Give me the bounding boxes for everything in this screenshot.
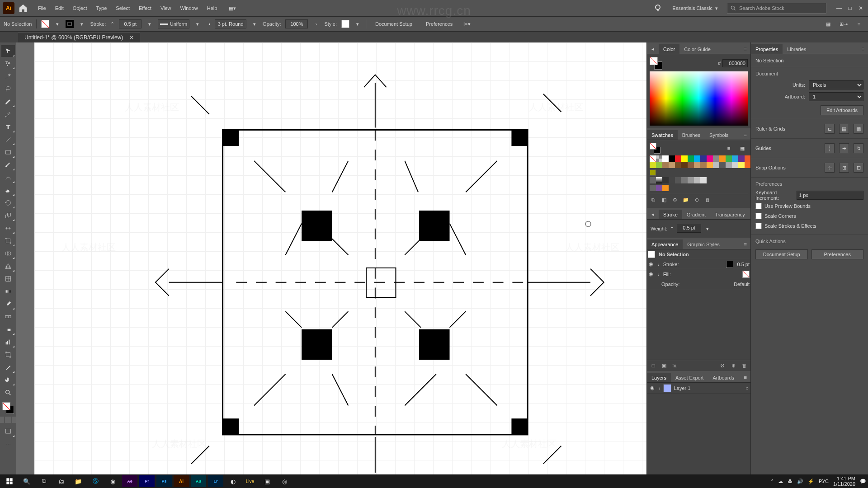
blend-tool[interactable] <box>1 311 15 323</box>
brush-dropdown[interactable]: ▾ <box>251 19 258 28</box>
language-indicator[interactable]: РУС <box>819 479 829 484</box>
duplicate-item-icon[interactable]: ⊕ <box>730 362 737 369</box>
layer-target-icon[interactable]: ○ <box>745 385 749 391</box>
tab-close-icon[interactable]: ✕ <box>129 34 134 41</box>
tab-transparency[interactable]: Transparency <box>710 210 750 219</box>
stroke-weight-input[interactable]: 0.5 pt <box>677 225 701 233</box>
snap-grid-icon[interactable]: ⊞ <box>839 163 849 173</box>
panel-expand-icon[interactable]: ◂ <box>647 209 659 219</box>
symbol-sprayer-tool[interactable] <box>1 324 15 335</box>
swatch-item[interactable] <box>694 177 700 183</box>
hex-input[interactable] <box>722 59 748 67</box>
tab-libraries[interactable]: Libraries <box>783 44 811 54</box>
lasso-tool[interactable] <box>1 83 15 95</box>
swatch-item[interactable] <box>662 185 669 191</box>
scale-strokes-checkbox[interactable] <box>755 223 762 229</box>
arrange-documents-icon[interactable]: ▦▾ <box>227 3 238 14</box>
add-stroke-icon[interactable]: □ <box>650 362 657 369</box>
tab-symbols[interactable]: Symbols <box>705 130 733 140</box>
swatches-grid[interactable] <box>650 155 748 168</box>
explorer-icon[interactable]: 📁 <box>71 475 86 487</box>
home-icon[interactable] <box>18 3 28 13</box>
menu-select[interactable]: Select <box>112 4 133 13</box>
menu-object[interactable]: Object <box>69 4 91 13</box>
opacity-field[interactable]: 100% <box>285 19 308 28</box>
fill-dropdown[interactable]: ▾ <box>54 19 61 28</box>
tab-brushes[interactable]: Brushes <box>678 130 705 140</box>
swatches-fill-stroke-icon[interactable] <box>650 143 660 154</box>
appearance-fill-swatch[interactable] <box>742 271 750 278</box>
file-explorer-icon[interactable]: 🗂 <box>53 475 69 487</box>
menu-view[interactable]: View <box>157 4 175 13</box>
audition-icon[interactable]: Au <box>191 475 206 487</box>
swatch-item[interactable] <box>650 177 656 183</box>
swatch-item[interactable] <box>669 177 675 183</box>
document-setup-button[interactable]: Document Setup <box>371 20 417 28</box>
menu-window[interactable]: Window <box>177 4 202 13</box>
free-transform-tool[interactable] <box>1 235 15 247</box>
scale-corners-checkbox[interactable] <box>755 213 762 219</box>
transparency-grid-icon[interactable]: ▩ <box>854 124 863 134</box>
stroke-weight-dropdown[interactable]: ▾ <box>146 19 153 28</box>
tab-graphic-styles[interactable]: Graphic Styles <box>683 239 724 249</box>
color-panel-menu-icon[interactable]: ≡ <box>741 44 750 54</box>
brush-field[interactable]: 3 pt. Round <box>215 19 246 28</box>
fill-swatch[interactable] <box>41 20 49 28</box>
lightroom-icon[interactable]: Lr <box>208 475 223 487</box>
app-icon[interactable]: ▣ <box>259 475 275 487</box>
qa-document-setup-button[interactable]: Document Setup <box>755 249 808 259</box>
keyboard-increment-input[interactable] <box>797 191 863 200</box>
artboard-tool[interactable] <box>1 349 15 361</box>
preferences-button[interactable]: Preferences <box>421 20 457 28</box>
appearance-panel-menu-icon[interactable]: ≡ <box>741 239 750 249</box>
snap-icon[interactable]: ⊞⊸ <box>838 19 849 29</box>
visibility-icon[interactable]: ◉ <box>648 261 654 267</box>
shaper-tool[interactable] <box>1 172 15 183</box>
stroke-dropdown[interactable]: ▾ <box>78 19 85 28</box>
menu-help[interactable]: Help <box>203 4 221 13</box>
add-fill-icon[interactable]: ▣ <box>660 362 668 369</box>
swatches-panel-menu-icon[interactable]: ≡ <box>741 130 750 140</box>
skype-icon[interactable]: Ⓢ <box>88 475 103 487</box>
menu-type[interactable]: Type <box>93 4 111 13</box>
delete-item-icon[interactable]: 🗑 <box>741 362 748 369</box>
clear-appearance-icon[interactable]: Ø <box>719 362 726 369</box>
swatches-grid-view-icon[interactable]: ▦ <box>737 143 748 154</box>
screen-mode-icon[interactable] <box>1 426 15 437</box>
color-fill-stroke-icon[interactable] <box>650 57 662 70</box>
rotate-tool[interactable] <box>1 197 15 209</box>
tab-stroke[interactable]: Stroke <box>659 210 682 219</box>
perspective-grid-tool[interactable] <box>1 260 15 272</box>
ruler-icon[interactable]: ⊏ <box>825 124 835 134</box>
width-tool[interactable] <box>1 222 15 234</box>
clock-date[interactable]: 1/11/2020 <box>833 481 855 487</box>
swatch-group-icon[interactable] <box>650 169 656 176</box>
paintbrush-tool[interactable] <box>1 159 15 171</box>
swatches-list-view-icon[interactable]: ≡ <box>723 143 734 154</box>
line-tool[interactable] <box>1 134 15 145</box>
swatch-item[interactable] <box>656 177 662 183</box>
selection-tool[interactable] <box>1 45 15 57</box>
photoshop-icon[interactable]: Ps <box>156 475 172 487</box>
tab-layers[interactable]: Layers <box>647 373 671 382</box>
visibility-icon[interactable]: ◉ <box>648 271 654 277</box>
illustrator-taskbar-icon[interactable]: Ai <box>174 475 189 487</box>
zoom-tool[interactable] <box>1 387 15 399</box>
stroke-weight-field[interactable]: 0.5 pt <box>119 19 142 28</box>
align-icon[interactable]: ⊫▾ <box>462 19 472 29</box>
column-graph-tool[interactable] <box>1 336 15 348</box>
add-effect-icon[interactable]: fx. <box>671 362 679 369</box>
maximize-icon[interactable]: □ <box>845 4 854 12</box>
use-preview-bounds-checkbox[interactable] <box>755 203 762 209</box>
minimize-icon[interactable]: — <box>835 4 844 12</box>
tab-gradient[interactable]: Gradient <box>682 210 710 219</box>
swatch-item[interactable] <box>688 177 694 183</box>
swatch-item[interactable] <box>656 185 662 191</box>
eraser-tool[interactable] <box>1 184 15 196</box>
tab-artboards[interactable]: Artboards <box>708 373 739 382</box>
gradient-tool[interactable] <box>1 286 15 297</box>
canvas[interactable]: 人人素材社区 人人素材社区 人人素材社区 人人素材社区 人人素材社区 人人素材社… <box>34 42 646 477</box>
menu-file[interactable]: File <box>34 4 50 13</box>
layer-row[interactable]: ◉ › Layer 1 ○ <box>647 383 750 394</box>
opacity-dropdown[interactable]: › <box>312 19 320 28</box>
